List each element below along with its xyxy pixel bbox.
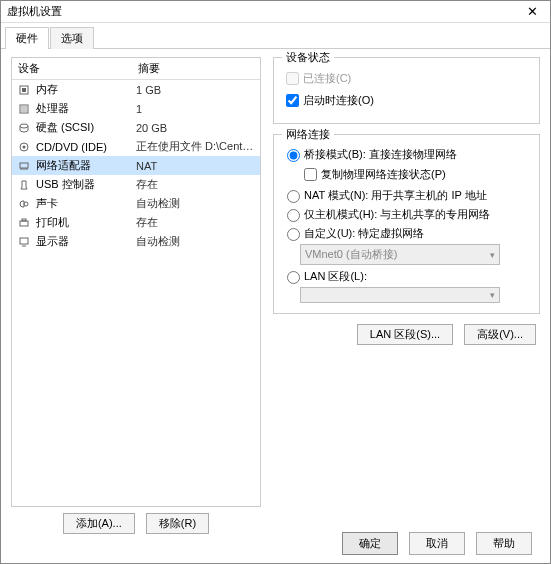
svg-point-9: [24, 202, 28, 206]
connect-at-power-checkbox[interactable]: 启动时连接(O): [282, 91, 531, 110]
col-summary: 摘要: [138, 61, 160, 76]
lan-select: ▾: [300, 287, 500, 303]
window-title: 虚拟机设置: [7, 4, 520, 19]
lan-radio[interactable]: LAN 区段(L):: [282, 268, 531, 284]
cancel-button[interactable]: 取消: [409, 532, 465, 555]
device-summary: 自动检测: [136, 196, 256, 211]
hardware-row[interactable]: 声卡自动检测: [12, 194, 260, 213]
hardware-row[interactable]: 显示器自动检测: [12, 232, 260, 251]
nat-input[interactable]: [287, 190, 300, 203]
hardware-row[interactable]: 打印机存在: [12, 213, 260, 232]
device-name: 内存: [36, 82, 136, 97]
device-icon: [16, 84, 32, 96]
device-summary: 1 GB: [136, 84, 256, 96]
hardware-row[interactable]: 处理器1: [12, 99, 260, 118]
svg-rect-7: [20, 163, 28, 168]
device-name: 硬盘 (SCSI): [36, 120, 136, 135]
device-name: 处理器: [36, 101, 136, 116]
right-panel: 设备状态 已连接(C) 启动时连接(O) 网络连接 桥接模式(B): 直接连接物…: [261, 57, 540, 501]
lan-segment-button[interactable]: LAN 区段(S)...: [357, 324, 453, 345]
hostonly-radio[interactable]: 仅主机模式(H): 与主机共享的专用网络: [282, 206, 531, 222]
svg-rect-10: [20, 221, 28, 226]
lan-input[interactable]: [287, 271, 300, 284]
device-summary: 自动检测: [136, 234, 256, 249]
replicate-checkbox[interactable]: 复制物理网络连接状态(P): [300, 165, 531, 184]
svg-rect-11: [22, 219, 26, 221]
chevron-down-icon: ▾: [490, 290, 495, 300]
hardware-row[interactable]: CD/DVD (IDE)正在使用文件 D:\CentOS-8.2.2...: [12, 137, 260, 156]
device-status-group: 设备状态 已连接(C) 启动时连接(O): [273, 57, 540, 124]
hardware-list-header: 设备 摘要: [12, 58, 260, 80]
device-name: 显示器: [36, 234, 136, 249]
hostonly-input[interactable]: [287, 209, 300, 222]
connect-at-power-input[interactable]: [286, 94, 299, 107]
hardware-row[interactable]: USB 控制器存在: [12, 175, 260, 194]
device-summary: 存在: [136, 215, 256, 230]
hardware-row[interactable]: 内存1 GB: [12, 80, 260, 99]
device-icon: [16, 103, 32, 115]
device-summary: 正在使用文件 D:\CentOS-8.2.2...: [136, 139, 256, 154]
device-icon: [16, 236, 32, 248]
hardware-row[interactable]: 硬盘 (SCSI)20 GB: [12, 118, 260, 137]
replicate-input[interactable]: [304, 168, 317, 181]
chevron-down-icon: ▾: [490, 250, 495, 260]
right-buttons: LAN 区段(S)... 高级(V)...: [273, 324, 540, 345]
nat-radio[interactable]: NAT 模式(N): 用于共享主机的 IP 地址: [282, 187, 531, 203]
help-button[interactable]: 帮助: [476, 532, 532, 555]
svg-rect-12: [20, 238, 28, 244]
device-summary: 20 GB: [136, 122, 256, 134]
device-summary: NAT: [136, 160, 256, 172]
network-title: 网络连接: [282, 127, 334, 142]
svg-rect-3: [21, 106, 27, 112]
connected-input: [286, 72, 299, 85]
tab-bar: 硬件 选项: [1, 23, 550, 49]
vmnet-select: VMnet0 (自动桥接) ▾: [300, 244, 500, 265]
network-group: 网络连接 桥接模式(B): 直接连接物理网络 复制物理网络连接状态(P) NAT…: [273, 134, 540, 314]
svg-point-6: [23, 145, 26, 148]
tab-options[interactable]: 选项: [50, 27, 94, 49]
device-icon: [16, 198, 32, 210]
svg-point-4: [20, 124, 28, 128]
add-button[interactable]: 添加(A)...: [63, 513, 135, 534]
device-icon: [16, 217, 32, 229]
device-summary: 存在: [136, 177, 256, 192]
content-area: 设备 摘要 内存1 GB处理器1硬盘 (SCSI)20 GBCD/DVD (ID…: [1, 49, 550, 509]
col-device: 设备: [18, 61, 138, 76]
device-icon: [16, 179, 32, 191]
svg-rect-1: [22, 88, 26, 92]
footer-buttons: 确定 取消 帮助: [338, 532, 536, 555]
titlebar: 虚拟机设置 ✕: [1, 1, 550, 23]
hardware-row[interactable]: 网络适配器NAT: [12, 156, 260, 175]
hardware-list: 设备 摘要 内存1 GB处理器1硬盘 (SCSI)20 GBCD/DVD (ID…: [11, 57, 261, 507]
device-name: 声卡: [36, 196, 136, 211]
device-name: 网络适配器: [36, 158, 136, 173]
custom-radio[interactable]: 自定义(U): 特定虚拟网络: [282, 225, 531, 241]
bridged-radio[interactable]: 桥接模式(B): 直接连接物理网络: [282, 146, 531, 162]
tab-hardware[interactable]: 硬件: [5, 27, 49, 49]
left-buttons: 添加(A)... 移除(R): [11, 513, 261, 534]
remove-button[interactable]: 移除(R): [146, 513, 209, 534]
device-name: 打印机: [36, 215, 136, 230]
hardware-rows: 内存1 GB处理器1硬盘 (SCSI)20 GBCD/DVD (IDE)正在使用…: [12, 80, 260, 506]
advanced-button[interactable]: 高级(V)...: [464, 324, 536, 345]
device-name: CD/DVD (IDE): [36, 141, 136, 153]
device-icon: [16, 141, 32, 153]
left-panel: 设备 摘要 内存1 GB处理器1硬盘 (SCSI)20 GBCD/DVD (ID…: [11, 57, 261, 501]
close-icon[interactable]: ✕: [520, 4, 544, 19]
device-icon: [16, 160, 32, 172]
custom-input[interactable]: [287, 228, 300, 241]
device-icon: [16, 122, 32, 134]
ok-button[interactable]: 确定: [342, 532, 398, 555]
device-summary: 1: [136, 103, 256, 115]
connected-checkbox: 已连接(C): [282, 69, 531, 88]
device-name: USB 控制器: [36, 177, 136, 192]
bridged-input[interactable]: [287, 149, 300, 162]
device-status-title: 设备状态: [282, 50, 334, 65]
